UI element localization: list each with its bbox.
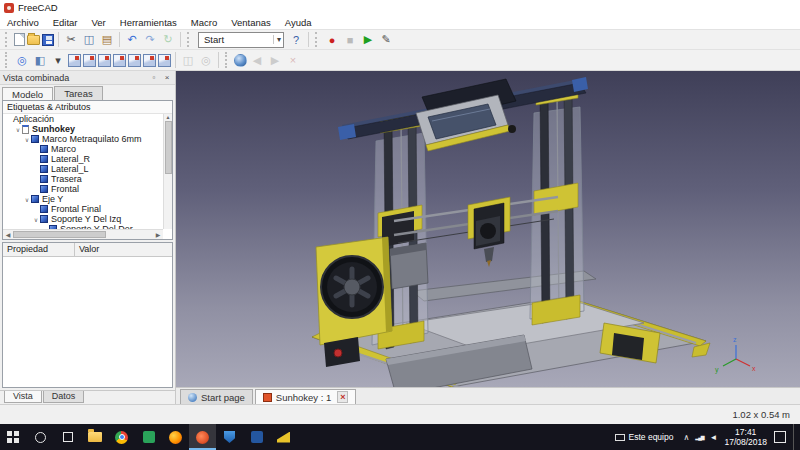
menu-herramientas[interactable]: Herramientas — [113, 17, 184, 28]
property-view-tabs: VistaDatos — [0, 390, 175, 404]
macro-record-icon[interactable]: ● — [324, 32, 340, 48]
tree-item-trasera[interactable]: Trasera — [3, 174, 163, 184]
combo-view-tabs: ModeloTareas — [0, 85, 175, 100]
taskbar-button-este-equipo[interactable]: Este equipo — [612, 424, 677, 450]
freecad-logo-icon — [4, 3, 14, 13]
expander-icon[interactable]: ∨ — [14, 126, 22, 133]
search-button[interactable] — [27, 424, 54, 450]
hidden-icons-chevron-icon[interactable]: ∧ — [683, 433, 689, 442]
whats-this-icon[interactable]: ? — [288, 32, 304, 48]
redo-icon[interactable]: ↷ — [142, 32, 158, 48]
scroll-up-icon[interactable]: ▲ — [166, 114, 171, 120]
tree-item-aplicacion[interactable]: Aplicación — [3, 114, 163, 124]
tree-item-marco-metraquilato-6mm[interactable]: ∨Marco Metraquilato 6mm — [3, 134, 163, 144]
cut-icon[interactable]: ✂ — [63, 32, 79, 48]
freecad-taskbar-icon[interactable] — [189, 424, 216, 450]
tree-horizontal-scrollbar[interactable]: ◀ ▶ — [3, 229, 163, 239]
undo-icon[interactable]: ↶ — [124, 32, 140, 48]
file-explorer-icon[interactable] — [81, 424, 108, 450]
open-file-icon[interactable] — [27, 35, 40, 45]
menu-macro[interactable]: Macro — [184, 17, 224, 28]
menu-archivo[interactable]: Archivo — [0, 17, 46, 28]
tab-vista[interactable]: Vista — [4, 391, 42, 403]
expander-icon[interactable]: ∨ — [23, 136, 31, 143]
vertical-scroll-thumb[interactable] — [165, 121, 172, 174]
view-right-icon[interactable] — [113, 54, 126, 67]
chrome-icon[interactable] — [108, 424, 135, 450]
tab-modelo[interactable]: Modelo — [2, 87, 53, 101]
tree-item-frontal[interactable]: Frontal — [3, 184, 163, 194]
start-button[interactable] — [0, 424, 27, 450]
toolbar-grip[interactable] — [5, 52, 10, 68]
document-tab-start-page[interactable]: Start page — [180, 389, 253, 404]
toolbar-grip[interactable] — [5, 32, 10, 47]
taskbar-clock[interactable]: 17:41 17/08/2018 — [724, 427, 767, 447]
view-front-icon[interactable] — [83, 54, 96, 67]
tree-item-lateral-r[interactable]: Lateral_R — [3, 154, 163, 164]
save-file-icon[interactable] — [42, 34, 54, 46]
toolbar-grip[interactable] — [225, 52, 230, 68]
panel-close-button[interactable]: × — [162, 73, 172, 82]
copy-icon[interactable]: ◫ — [81, 32, 97, 48]
navigation-sphere-icon[interactable] — [234, 54, 247, 67]
tree-item-eje-y[interactable]: ∨Eje Y — [3, 194, 163, 204]
macro-run-icon[interactable]: ▶ — [360, 32, 376, 48]
tree-item-sunhokey[interactable]: ∨Sunhokey — [3, 124, 163, 134]
menu-ver[interactable]: Ver — [85, 17, 113, 28]
scroll-right-icon[interactable]: ▶ — [153, 231, 163, 238]
blue-app-icon[interactable] — [243, 424, 270, 450]
menu-ayuda[interactable]: Ayuda — [278, 17, 319, 28]
view-left-icon[interactable] — [158, 54, 171, 67]
paste-icon[interactable]: ▤ — [99, 32, 115, 48]
freecad-window: FreeCAD ArchivoEditarVerHerramientasMacr… — [0, 0, 800, 450]
tree-vertical-scrollbar[interactable]: ▲ — [163, 114, 172, 229]
toolbar-grip[interactable] — [187, 32, 192, 47]
menu-editar[interactable]: Editar — [46, 17, 85, 28]
expander-icon[interactable]: ∨ — [32, 216, 40, 223]
defender-shield-icon[interactable] — [216, 424, 243, 450]
axis-z-label: z — [733, 336, 737, 343]
action-center-icon[interactable] — [774, 431, 786, 443]
scroll-left-icon[interactable]: ◀ — [3, 231, 13, 238]
tree-header: Etiquetas & Atributos — [3, 101, 172, 114]
view-bottom-icon[interactable] — [143, 54, 156, 67]
menu-bar: ArchivoEditarVerHerramientasMacroVentana… — [0, 15, 800, 29]
view-rear-icon[interactable] — [128, 54, 141, 67]
draw-style-arrow-icon[interactable]: ▾ — [50, 52, 66, 68]
network-icon[interactable]: ▂▄▆ — [695, 434, 703, 440]
horizontal-scroll-thumb[interactable] — [13, 231, 106, 238]
view-isometric-icon[interactable] — [68, 54, 81, 67]
panel-float-button[interactable]: ▫ — [149, 73, 159, 82]
printer-model: z x y — [176, 71, 800, 387]
draw-style-icon[interactable]: ◧ — [32, 52, 48, 68]
macro-stop-icon: ■ — [342, 32, 358, 48]
panel-title: Vista combinada — [3, 73, 69, 83]
yellow-app-icon[interactable] — [270, 424, 297, 450]
taskbar: Este equipo ∧▂▄▆◄ 17:41 17/08/2018 — [0, 424, 800, 450]
3d-viewport[interactable]: z x y — [176, 71, 800, 387]
view-top-icon[interactable] — [98, 54, 111, 67]
expander-icon[interactable]: ∨ — [23, 196, 31, 203]
document-tab-sunhokey-1[interactable]: Sunhokey : 1× — [255, 389, 356, 404]
firefox-icon[interactable] — [162, 424, 189, 450]
show-desktop-button[interactable] — [793, 424, 797, 450]
fit-all-icon[interactable]: ◎ — [14, 52, 30, 68]
green-app-icon[interactable] — [135, 424, 162, 450]
tab-datos[interactable]: Datos — [43, 391, 85, 403]
task-view-button[interactable] — [54, 424, 81, 450]
new-file-icon[interactable] — [14, 33, 25, 46]
tab-tareas[interactable]: Tareas — [54, 86, 103, 100]
close-tab-icon[interactable]: × — [337, 391, 348, 403]
tree-item-soporte-y-del-izq[interactable]: ∨Soporte Y Del Izq — [3, 214, 163, 224]
tree-item-marco[interactable]: Marco — [3, 144, 163, 154]
tree-item-frontal-final[interactable]: Frontal Final — [3, 204, 163, 214]
speaker-icon[interactable]: ◄ — [710, 433, 718, 442]
macro-edit-icon[interactable]: ✎ — [378, 32, 394, 48]
menu-ventanas[interactable]: Ventanas — [224, 17, 278, 28]
toolbar-grip[interactable] — [315, 32, 320, 47]
property-column-valor: Valor — [75, 243, 172, 257]
workbench-selector[interactable]: Start▾ — [198, 32, 284, 48]
property-editor-body[interactable] — [3, 257, 172, 387]
tree-item-lateral-l[interactable]: Lateral_L — [3, 164, 163, 174]
axis-x-label: x — [752, 365, 756, 372]
